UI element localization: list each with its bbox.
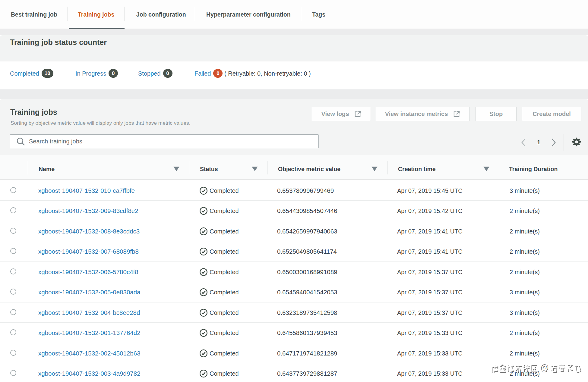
svg-text:@: @ [540, 363, 548, 372]
